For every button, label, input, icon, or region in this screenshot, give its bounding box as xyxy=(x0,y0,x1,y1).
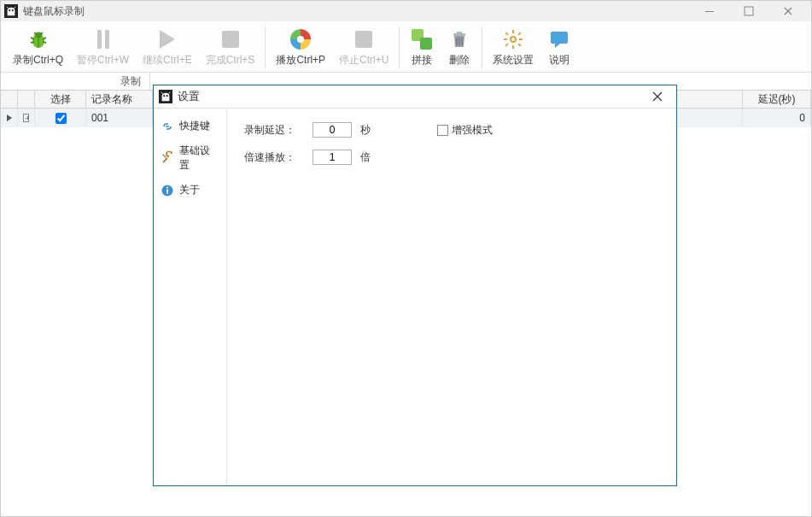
stop-icon xyxy=(219,27,242,51)
svg-rect-14 xyxy=(518,43,522,46)
svg-point-20 xyxy=(166,95,168,97)
dialog-titlebar: 设置 xyxy=(154,85,676,108)
svg-rect-10 xyxy=(512,45,514,49)
nav-shortcuts-label: 快捷键 xyxy=(179,119,210,133)
row-checkbox[interactable] xyxy=(55,113,67,124)
svg-rect-11 xyxy=(504,38,507,40)
svg-point-0 xyxy=(9,9,10,11)
nav-about-label: 关于 xyxy=(179,183,200,197)
speed-play-row: 倍速播放： 倍 xyxy=(244,150,659,165)
row-expander[interactable] xyxy=(18,109,35,127)
row-indicator xyxy=(1,109,18,127)
plus-icon xyxy=(23,114,29,122)
column-select[interactable]: 选择 xyxy=(35,91,86,108)
nav-basic-label: 基础设置 xyxy=(179,144,219,173)
row-pointer-icon xyxy=(6,114,12,122)
separator xyxy=(399,26,400,68)
svg-point-1 xyxy=(12,9,14,11)
gear-icon xyxy=(501,27,525,51)
svg-rect-12 xyxy=(519,38,523,40)
link-icon xyxy=(161,120,174,133)
close-button[interactable] xyxy=(768,1,808,21)
finish-label: 完成Ctrl+S xyxy=(206,53,255,68)
svg-rect-7 xyxy=(457,32,462,33)
app-icon xyxy=(159,90,172,103)
row-select[interactable] xyxy=(35,109,86,127)
svg-rect-16 xyxy=(505,43,509,46)
bug-icon xyxy=(26,27,50,51)
pause-button[interactable]: 暂停Ctrl+W xyxy=(70,23,136,72)
record-delay-input[interactable] xyxy=(313,122,352,138)
settings-label: 系统设置 xyxy=(493,53,534,68)
svg-rect-15 xyxy=(518,32,522,35)
info-icon xyxy=(161,184,174,197)
help-label: 说明 xyxy=(549,53,570,68)
minimize-icon xyxy=(704,6,715,16)
column-indicator xyxy=(1,91,18,108)
minimize-button[interactable] xyxy=(690,1,729,21)
row-delay: 0 xyxy=(743,109,811,127)
svg-rect-18 xyxy=(551,32,568,44)
play-icon xyxy=(155,27,179,51)
separator xyxy=(265,26,266,68)
record-button[interactable]: 录制Ctrl+Q xyxy=(6,23,70,72)
svg-rect-22 xyxy=(166,189,168,193)
svg-rect-9 xyxy=(512,30,514,33)
svg-rect-13 xyxy=(505,32,509,35)
app-window: 键盘鼠标录制 录制Ctrl+Q 暂停Ctrl+W 继续Ctrl+E xyxy=(0,0,812,517)
close-icon xyxy=(652,91,663,102)
join-button[interactable]: 拼接 xyxy=(403,23,441,72)
record-delay-label: 录制延迟： xyxy=(244,123,304,138)
separator xyxy=(482,26,482,68)
dialog-close-button[interactable] xyxy=(644,86,671,107)
dialog-title: 设置 xyxy=(178,89,200,104)
svg-rect-6 xyxy=(453,33,465,36)
stop-button[interactable]: 停止Ctrl+U xyxy=(332,23,395,72)
delete-label: 删除 xyxy=(449,53,470,68)
nav-about[interactable]: 关于 xyxy=(154,178,226,203)
row-name: 001 xyxy=(86,109,153,127)
speed-play-label: 倍速播放： xyxy=(244,150,304,165)
toolbar: 录制Ctrl+Q 暂停Ctrl+W 继续Ctrl+E 完成Ctrl+S 播放Ct… xyxy=(1,21,811,73)
delete-button[interactable]: 删除 xyxy=(441,23,478,72)
tab-record[interactable]: 录制 xyxy=(112,73,150,90)
speed-play-input[interactable] xyxy=(313,150,352,165)
stop-label: 停止Ctrl+U xyxy=(339,53,388,68)
finish-button[interactable]: 完成Ctrl+S xyxy=(199,23,262,72)
disc-icon xyxy=(289,27,313,51)
column-name[interactable]: 记录名称 xyxy=(86,91,153,108)
join-label: 拼接 xyxy=(412,53,432,68)
help-icon xyxy=(547,27,571,51)
svg-point-17 xyxy=(511,38,515,41)
svg-point-19 xyxy=(163,95,165,97)
play-label: 播放Ctrl+P xyxy=(276,53,325,68)
enhance-mode[interactable]: 增强模式 xyxy=(437,123,493,138)
close-icon xyxy=(783,6,793,16)
app-title: 键盘鼠标录制 xyxy=(23,4,85,19)
titlebar: 键盘鼠标录制 xyxy=(1,1,811,21)
dialog-nav: 快捷键 基础设置 关于 xyxy=(154,109,227,485)
enhance-checkbox[interactable] xyxy=(437,125,448,136)
record-delay-unit: 秒 xyxy=(360,123,377,138)
resume-label: 继续Ctrl+E xyxy=(143,53,192,68)
pause-label: 暂停Ctrl+W xyxy=(77,53,129,68)
maximize-button[interactable] xyxy=(729,1,768,21)
trash-icon xyxy=(447,27,471,51)
app-icon xyxy=(4,4,18,18)
help-button[interactable]: 说明 xyxy=(540,23,578,72)
tools-icon xyxy=(161,151,174,165)
play-button[interactable]: 播放Ctrl+P xyxy=(269,23,332,72)
column-delay[interactable]: 延迟(秒) xyxy=(743,91,811,108)
dialog-content: 录制延迟： 秒 增强模式 倍速播放： 倍 xyxy=(227,109,676,485)
resume-button[interactable]: 继续Ctrl+E xyxy=(136,23,199,72)
nav-shortcuts[interactable]: 快捷键 xyxy=(154,114,226,138)
dialog-body: 快捷键 基础设置 关于 录制延迟： xyxy=(154,108,676,485)
maximize-icon xyxy=(744,6,754,16)
column-expand xyxy=(18,91,35,108)
speed-play-unit: 倍 xyxy=(360,150,377,165)
svg-rect-3 xyxy=(745,7,753,15)
svg-rect-2 xyxy=(705,11,714,12)
nav-basic[interactable]: 基础设置 xyxy=(154,138,226,178)
settings-button[interactable]: 系统设置 xyxy=(486,23,540,72)
svg-point-23 xyxy=(166,186,168,188)
